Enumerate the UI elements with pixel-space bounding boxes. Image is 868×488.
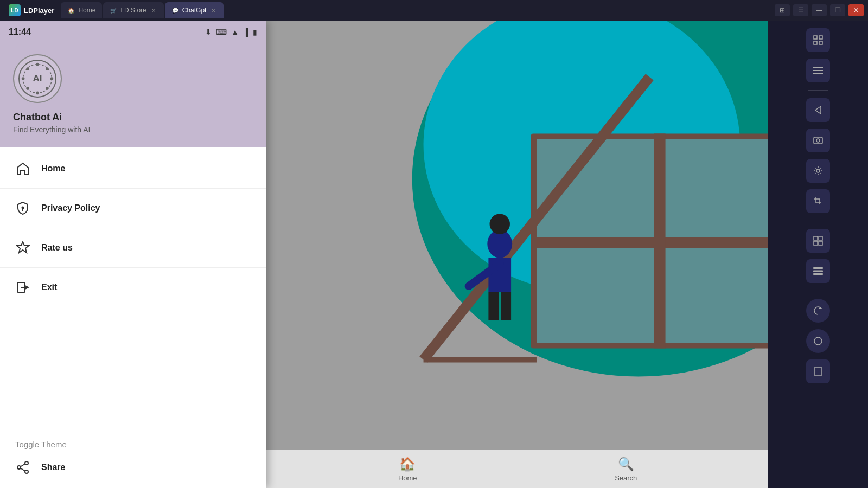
maximize-button[interactable]: ❐ [830, 4, 845, 16]
svg-line-19 [21, 468, 25, 471]
sidebar-grid-btn[interactable] [806, 28, 830, 52]
download-icon: ⬇ [205, 28, 212, 36]
svg-marker-45 [815, 106, 821, 114]
share-label: Share [41, 463, 65, 472]
sidebar-square-btn[interactable] [806, 359, 830, 383]
svg-point-47 [816, 139, 820, 142]
tab-ldstore[interactable]: 🛒 LD Store ✕ [103, 2, 163, 18]
nav-search-label: Search [615, 474, 637, 482]
sidebar-list-btn[interactable] [806, 259, 830, 283]
svg-rect-29 [654, 133, 666, 348]
share-item[interactable]: Share [15, 455, 251, 479]
svg-rect-36 [501, 292, 511, 320]
window-controls: ⊞ ☰ — ❐ ✕ [775, 4, 864, 16]
divider-1 [0, 188, 266, 189]
nav-search[interactable]: 🔍 Search [604, 457, 648, 482]
svg-rect-35 [488, 292, 499, 320]
sidebar-grid2-btn[interactable] [806, 229, 830, 253]
ldstore-tab-label: LD Store [120, 7, 146, 14]
logo-icon: LD [9, 4, 21, 16]
battery-icon: ▮ [253, 28, 257, 36]
svg-point-16 [17, 466, 21, 469]
ldstore-close-icon[interactable]: ✕ [150, 7, 157, 14]
exit-menu-label: Exit [41, 282, 57, 292]
svg-rect-49 [814, 236, 818, 240]
keyboard-icon: ⌨ [216, 28, 227, 36]
rate-menu-icon [15, 240, 30, 255]
svg-point-17 [25, 470, 28, 473]
sidebar-back-btn[interactable] [806, 98, 830, 122]
sidebar-menu-btn[interactable] [806, 59, 830, 82]
chatgpt-close-icon[interactable]: ✕ [209, 7, 217, 14]
sidebar-circle-btn[interactable] [806, 329, 830, 353]
svg-rect-41 [819, 41, 822, 44]
app-content: 🏠 Home 🔍 Search [266, 21, 768, 488]
app-name: Chatbot Ai [13, 112, 62, 123]
menu-item-rate[interactable]: Rate us [0, 230, 266, 265]
ai-logo-svg: AI [20, 60, 55, 98]
bottom-nav: 🏠 Home 🔍 Search [266, 450, 768, 488]
svg-rect-39 [819, 36, 822, 39]
extra-btn-1[interactable]: ⊞ [775, 4, 790, 16]
rate-menu-label: Rate us [41, 243, 73, 253]
tab-chatgpt[interactable]: 💬 ChatGpt ✕ [165, 2, 224, 18]
svg-point-4 [22, 77, 25, 80]
app-drawer: 11:44 ⬇ ⌨ ▲ ▐ ▮ [0, 21, 266, 488]
svg-rect-55 [813, 273, 823, 275]
sidebar-capture-btn[interactable] [806, 129, 830, 152]
home-tab-icon: 🏠 [67, 7, 75, 14]
app-desc: Find Everything with AI [13, 125, 90, 134]
home-tab-label: Home [78, 7, 95, 14]
divider-3 [0, 267, 266, 268]
chatgpt-tab-label: ChatGpt [182, 7, 207, 14]
svg-rect-27 [661, 244, 768, 343]
sidebar-divider-1 [808, 90, 828, 91]
divider-2 [0, 228, 266, 228]
menu-item-privacy[interactable]: Privacy Policy [0, 191, 266, 226]
home-menu-label: Home [41, 164, 65, 174]
svg-point-5 [46, 67, 49, 70]
status-bar: 11:44 ⬇ ⌨ ▲ ▐ ▮ [0, 21, 266, 43]
home-menu-icon [15, 161, 30, 176]
nav-home-label: Home [398, 474, 417, 482]
privacy-menu-label: Privacy Policy [41, 203, 100, 213]
svg-rect-54 [813, 271, 823, 272]
nav-home[interactable]: 🏠 Home [386, 457, 429, 482]
signal-icon: ▐ [243, 28, 248, 36]
app-logo-container: AI [13, 54, 62, 103]
svg-rect-25 [661, 139, 768, 238]
close-button[interactable]: ✕ [848, 4, 864, 16]
extra-btn-2[interactable]: ☰ [793, 4, 808, 16]
svg-rect-50 [819, 236, 822, 240]
svg-rect-46 [814, 137, 822, 144]
menu-item-home[interactable]: Home [0, 151, 266, 186]
tab-home[interactable]: 🏠 Home [61, 2, 102, 18]
right-sidebar [768, 21, 868, 488]
tabs-container: 🏠 Home 🛒 LD Store ✕ 💬 ChatGpt ✕ [61, 2, 773, 18]
app-header: AI Chatbot Ai Find Everything with AI [0, 43, 266, 147]
toggle-theme-label: Toggle Theme [15, 440, 251, 449]
sidebar-crop-btn[interactable] [806, 189, 830, 213]
svg-point-2 [50, 77, 54, 80]
menu-item-exit[interactable]: Exit [0, 270, 266, 305]
svg-rect-28 [531, 237, 768, 248]
svg-rect-53 [813, 267, 823, 269]
logo-text: LDPlayer [24, 7, 54, 15]
status-time: 11:44 [9, 27, 31, 37]
share-icon [15, 460, 30, 475]
minimize-button[interactable]: — [812, 4, 827, 16]
main-content: 11:44 ⬇ ⌨ ▲ ▐ ▮ [0, 21, 868, 488]
svg-point-7 [26, 87, 29, 90]
svg-rect-38 [814, 36, 817, 39]
svg-marker-12 [17, 242, 29, 253]
app-logo-inner: AI [18, 60, 56, 98]
svg-point-1 [36, 63, 39, 66]
chatgpt-tab-icon: 💬 [171, 7, 179, 14]
svg-rect-58 [814, 368, 822, 375]
nav-home-icon: 🏠 [399, 457, 416, 472]
svg-text:AI: AI [33, 73, 42, 84]
sidebar-settings-btn[interactable] [806, 159, 830, 183]
sidebar-undo-btn[interactable] [806, 299, 830, 323]
ldstore-tab-icon: 🛒 [110, 7, 117, 14]
phone-area: 11:44 ⬇ ⌨ ▲ ▐ ▮ [0, 21, 768, 488]
